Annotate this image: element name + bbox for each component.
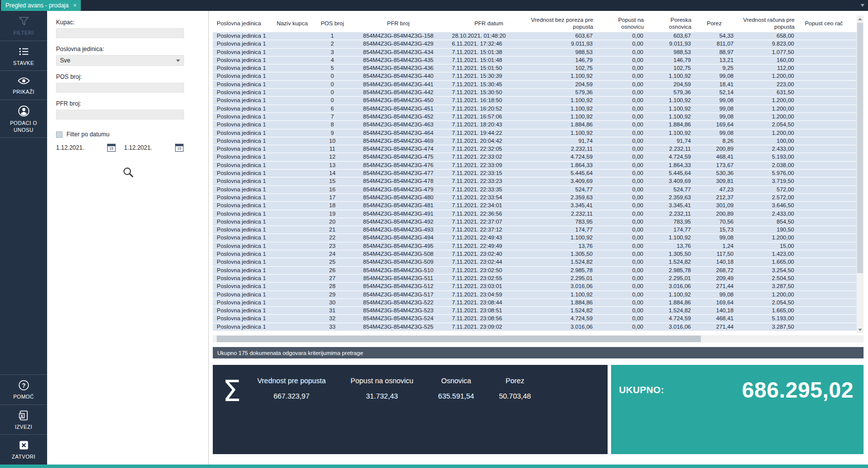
- calendar-icon[interactable]: 15: [107, 144, 116, 152]
- calendar-icon[interactable]: 15: [175, 144, 184, 152]
- sidebar-item-zatvori[interactable]: ZATVORI: [0, 434, 47, 465]
- table-row[interactable]: Poslovna jedinica 111854M4Z3G-854M4Z3G-4…: [213, 145, 857, 153]
- window-pin-icon[interactable]: [861, 4, 865, 7]
- table-row[interactable]: Poslovna jedinica 129854M4Z3G-854M4Z3G-5…: [213, 291, 857, 299]
- table-row[interactable]: Poslovna jedinica 124854M4Z3G-854M4Z3G-5…: [213, 250, 857, 258]
- table-cell: [796, 32, 852, 40]
- table-row[interactable]: Poslovna jedinica 12854M4Z3G-854M4Z3G-42…: [213, 40, 857, 48]
- column-header[interactable]: Vrednost računa pre popusta: [736, 15, 796, 32]
- column-header[interactable]: PFR datum: [448, 15, 527, 32]
- column-header[interactable]: Popust ceo rač: [796, 15, 852, 32]
- table-row[interactable]: Poslovna jedinica 125854M4Z3G-854M4Z3G-5…: [213, 258, 857, 266]
- table-row[interactable]: Poslovna jedinica 120854M4Z3G-854M4Z3G-4…: [213, 218, 857, 226]
- poslovna-jedinica-select[interactable]: Sve: [56, 55, 184, 66]
- table-cell: 6: [316, 105, 349, 113]
- sidebar-item-pomoc[interactable]: ? POMOĆ: [0, 374, 47, 405]
- tab-pregled-avans-prodaja[interactable]: Pregled avans - prodaja ×: [1, 0, 81, 11]
- table-cell: 0,00: [595, 129, 645, 137]
- table-cell: [796, 113, 852, 120]
- table-row[interactable]: Poslovna jedinica 16854M4Z3G-854M4Z3G-45…: [213, 105, 857, 113]
- vertical-scrollbar-thumb[interactable]: [857, 23, 863, 273]
- table-row[interactable]: Poslovna jedinica 10854M4Z3G-854M4Z3G-44…: [213, 89, 857, 97]
- scroll-down-arrow[interactable]: [857, 326, 864, 333]
- table-row[interactable]: Poslovna jedinica 126854M4Z3G-854M4Z3G-5…: [213, 267, 857, 275]
- table-row[interactable]: Poslovna jedinica 17854M4Z3G-854M4Z3G-45…: [213, 113, 857, 121]
- pfr-broj-label: PFR broj:: [56, 100, 200, 107]
- table-row[interactable]: Poslovna jedinica 11854M4Z3G-854M4Z3G-15…: [213, 32, 857, 40]
- pos-broj-input[interactable]: [56, 83, 184, 93]
- date-to-field[interactable]: 1.12.2021. 15: [124, 144, 184, 152]
- table-cell: [796, 97, 852, 104]
- table-cell: 4.724,59: [645, 153, 693, 161]
- table-cell: [796, 121, 852, 128]
- list-icon: [18, 46, 30, 58]
- column-header[interactable]: PFR broj: [349, 15, 448, 32]
- table-row[interactable]: Poslovna jedinica 18854M4Z3G-854M4Z3G-46…: [213, 121, 857, 129]
- column-header[interactable]: Poslovna jedinica: [213, 15, 268, 32]
- table-row[interactable]: Poslovna jedinica 133854M4Z3G-854M4Z3G-5…: [213, 323, 857, 331]
- sidebar-item-prikazi[interactable]: PRIKAŽI: [0, 71, 47, 100]
- table-cell: 117,50: [693, 250, 736, 258]
- column-header[interactable]: Naziv kupca: [268, 15, 316, 32]
- table-row[interactable]: Poslovna jedinica 10854M4Z3G-854M4Z3G-45…: [213, 97, 857, 105]
- column-header[interactable]: Vrednost bez poreza pre popusta: [527, 15, 595, 32]
- sidebar-item-podaci-o-unosu[interactable]: PODACI O UNOSU: [0, 100, 47, 138]
- table-row[interactable]: Poslovna jedinica 112854M4Z3G-854M4Z3G-4…: [213, 153, 857, 161]
- kupac-input[interactable]: [56, 28, 184, 38]
- date-from-field[interactable]: 1.12.2021. 15: [56, 144, 116, 152]
- table-row[interactable]: Poslovna jedinica 132854M4Z3G-854M4Z3G-5…: [213, 315, 857, 323]
- table-cell: [268, 186, 316, 193]
- table-row[interactable]: Poslovna jedinica 115854M4Z3G-854M4Z3G-4…: [213, 177, 857, 185]
- table-row[interactable]: Poslovna jedinica 14854M4Z3G-854M4Z3G-43…: [213, 57, 857, 64]
- summary-item-porez: Porez 50.703,48: [487, 377, 544, 454]
- column-header[interactable]: Popust na osnovicu: [595, 15, 645, 32]
- table-row[interactable]: Poslovna jedinica 114854M4Z3G-854M4Z3G-4…: [213, 170, 857, 177]
- close-icon: [18, 439, 30, 451]
- summary-panel: Σ Vrednost pre popusta 667.323,97 Popust…: [213, 365, 608, 454]
- table-row[interactable]: Poslovna jedinica 121854M4Z3G-854M4Z3G-4…: [213, 226, 857, 234]
- column-header[interactable]: Poreska osnovica: [645, 15, 693, 32]
- table-row[interactable]: Poslovna jedinica 116854M4Z3G-854M4Z3G-4…: [213, 186, 857, 194]
- table-row[interactable]: Poslovna jedinica 131854M4Z3G-854M4Z3G-5…: [213, 307, 857, 315]
- close-tab-icon[interactable]: ×: [73, 2, 76, 8]
- horizontal-scrollbar[interactable]: [213, 335, 864, 343]
- table-row[interactable]: Poslovna jedinica 123854M4Z3G-854M4Z3G-4…: [213, 242, 857, 250]
- table-cell: 854M4Z3G-854M4Z3G-475: [349, 153, 448, 161]
- table-row[interactable]: Poslovna jedinica 15854M4Z3G-854M4Z3G-43…: [213, 64, 857, 72]
- table-row[interactable]: Poslovna jedinica 118854M4Z3G-854M4Z3G-4…: [213, 202, 857, 210]
- table-cell: 32: [316, 315, 349, 322]
- filter-po-datumu-checkbox[interactable]: [56, 131, 62, 138]
- table-cell: 7.11.2021. 23:08:44: [448, 299, 527, 306]
- horizontal-scrollbar-thumb[interactable]: [217, 336, 701, 342]
- table-row[interactable]: Poslovna jedinica 117854M4Z3G-854M4Z3G-4…: [213, 194, 857, 202]
- column-header[interactable]: POS broj: [316, 15, 349, 32]
- table-row[interactable]: Poslovna jedinica 119854M4Z3G-854M4Z3G-4…: [213, 210, 857, 218]
- table-cell: 2.572,00: [736, 194, 796, 201]
- table-row[interactable]: Poslovna jedinica 113854M4Z3G-854M4Z3G-4…: [213, 162, 857, 170]
- table-cell: 0,00: [595, 218, 645, 226]
- table-row[interactable]: Poslovna jedinica 128854M4Z3G-854M4Z3G-5…: [213, 283, 857, 291]
- vertical-scrollbar[interactable]: [857, 15, 864, 333]
- table-cell: 1.884,86: [527, 121, 595, 128]
- table-cell: 7.11.2021. 16:20:52: [448, 105, 527, 113]
- table-cell: 1.524,82: [527, 258, 595, 266]
- table-row[interactable]: Poslovna jedinica 19854M4Z3G-854M4Z3G-46…: [213, 129, 857, 137]
- sidebar-item-stavke[interactable]: STAVKE: [0, 41, 47, 71]
- table-row[interactable]: Poslovna jedinica 122854M4Z3G-854M4Z3G-4…: [213, 234, 857, 242]
- table-row[interactable]: Poslovna jedinica 110854M4Z3G-854M4Z3G-4…: [213, 137, 857, 145]
- table-cell: 524,77: [527, 186, 595, 193]
- table-row[interactable]: Poslovna jedinica 13854M4Z3G-854M4Z3G-43…: [213, 49, 857, 57]
- pfr-broj-input[interactable]: [56, 110, 184, 119]
- scroll-up-arrow[interactable]: [857, 15, 864, 22]
- table-row[interactable]: Poslovna jedinica 127854M4Z3G-854M4Z3G-5…: [213, 275, 857, 283]
- table-cell: 169,64: [693, 299, 736, 306]
- table-row[interactable]: Poslovna jedinica 10854M4Z3G-854M4Z3G-44…: [213, 81, 857, 89]
- table-row[interactable]: Poslovna jedinica 10854M4Z3G-854M4Z3G-44…: [213, 72, 857, 80]
- sidebar-item-izvezi[interactable]: X IZVEZI: [0, 405, 47, 435]
- search-button[interactable]: [121, 166, 136, 180]
- table-cell: [796, 299, 852, 306]
- column-header[interactable]: Porez: [693, 15, 736, 32]
- sidebar-item-filteri[interactable]: FILTERI: [0, 11, 47, 41]
- table-cell: 1,24: [693, 242, 736, 250]
- table-row[interactable]: Poslovna jedinica 130854M4Z3G-854M4Z3G-5…: [213, 299, 857, 307]
